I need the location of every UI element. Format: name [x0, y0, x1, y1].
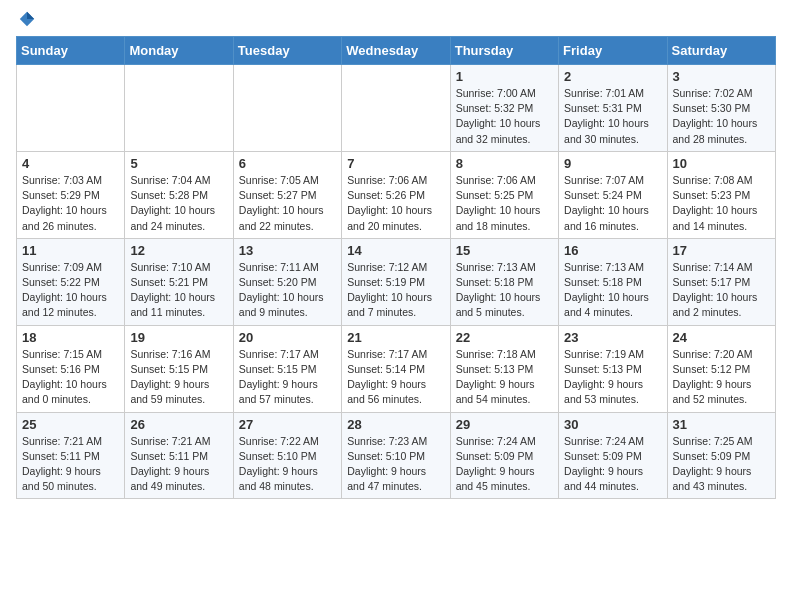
day-number: 21	[347, 330, 444, 345]
day-number: 26	[130, 417, 227, 432]
day-info: Sunrise: 7:20 AM Sunset: 5:12 PM Dayligh…	[673, 347, 770, 408]
calendar-cell	[233, 65, 341, 152]
day-info: Sunrise: 7:17 AM Sunset: 5:14 PM Dayligh…	[347, 347, 444, 408]
weekday-header-monday: Monday	[125, 37, 233, 65]
calendar-cell: 2Sunrise: 7:01 AM Sunset: 5:31 PM Daylig…	[559, 65, 667, 152]
calendar-week-row: 18Sunrise: 7:15 AM Sunset: 5:16 PM Dayli…	[17, 325, 776, 412]
day-number: 5	[130, 156, 227, 171]
calendar-cell: 17Sunrise: 7:14 AM Sunset: 5:17 PM Dayli…	[667, 238, 775, 325]
calendar-cell: 30Sunrise: 7:24 AM Sunset: 5:09 PM Dayli…	[559, 412, 667, 499]
day-info: Sunrise: 7:10 AM Sunset: 5:21 PM Dayligh…	[130, 260, 227, 321]
day-info: Sunrise: 7:13 AM Sunset: 5:18 PM Dayligh…	[564, 260, 661, 321]
day-info: Sunrise: 7:22 AM Sunset: 5:10 PM Dayligh…	[239, 434, 336, 495]
day-info: Sunrise: 7:03 AM Sunset: 5:29 PM Dayligh…	[22, 173, 119, 234]
day-info: Sunrise: 7:19 AM Sunset: 5:13 PM Dayligh…	[564, 347, 661, 408]
day-info: Sunrise: 7:02 AM Sunset: 5:30 PM Dayligh…	[673, 86, 770, 147]
calendar-cell	[17, 65, 125, 152]
calendar-cell: 16Sunrise: 7:13 AM Sunset: 5:18 PM Dayli…	[559, 238, 667, 325]
calendar-cell: 10Sunrise: 7:08 AM Sunset: 5:23 PM Dayli…	[667, 151, 775, 238]
day-info: Sunrise: 7:16 AM Sunset: 5:15 PM Dayligh…	[130, 347, 227, 408]
day-number: 24	[673, 330, 770, 345]
day-number: 1	[456, 69, 553, 84]
day-number: 10	[673, 156, 770, 171]
weekday-header-saturday: Saturday	[667, 37, 775, 65]
calendar-cell: 12Sunrise: 7:10 AM Sunset: 5:21 PM Dayli…	[125, 238, 233, 325]
calendar-cell: 19Sunrise: 7:16 AM Sunset: 5:15 PM Dayli…	[125, 325, 233, 412]
page: SundayMondayTuesdayWednesdayThursdayFrid…	[0, 0, 792, 612]
day-number: 20	[239, 330, 336, 345]
calendar-cell: 20Sunrise: 7:17 AM Sunset: 5:15 PM Dayli…	[233, 325, 341, 412]
day-info: Sunrise: 7:24 AM Sunset: 5:09 PM Dayligh…	[564, 434, 661, 495]
calendar-cell: 24Sunrise: 7:20 AM Sunset: 5:12 PM Dayli…	[667, 325, 775, 412]
calendar-cell: 21Sunrise: 7:17 AM Sunset: 5:14 PM Dayli…	[342, 325, 450, 412]
calendar-week-row: 25Sunrise: 7:21 AM Sunset: 5:11 PM Dayli…	[17, 412, 776, 499]
calendar-cell: 29Sunrise: 7:24 AM Sunset: 5:09 PM Dayli…	[450, 412, 558, 499]
calendar-cell: 31Sunrise: 7:25 AM Sunset: 5:09 PM Dayli…	[667, 412, 775, 499]
day-info: Sunrise: 7:15 AM Sunset: 5:16 PM Dayligh…	[22, 347, 119, 408]
day-number: 9	[564, 156, 661, 171]
day-info: Sunrise: 7:12 AM Sunset: 5:19 PM Dayligh…	[347, 260, 444, 321]
day-number: 8	[456, 156, 553, 171]
day-number: 31	[673, 417, 770, 432]
day-number: 29	[456, 417, 553, 432]
weekday-header-wednesday: Wednesday	[342, 37, 450, 65]
day-number: 25	[22, 417, 119, 432]
calendar-week-row: 11Sunrise: 7:09 AM Sunset: 5:22 PM Dayli…	[17, 238, 776, 325]
day-info: Sunrise: 7:05 AM Sunset: 5:27 PM Dayligh…	[239, 173, 336, 234]
day-number: 3	[673, 69, 770, 84]
calendar-cell: 23Sunrise: 7:19 AM Sunset: 5:13 PM Dayli…	[559, 325, 667, 412]
day-number: 18	[22, 330, 119, 345]
day-info: Sunrise: 7:23 AM Sunset: 5:10 PM Dayligh…	[347, 434, 444, 495]
day-info: Sunrise: 7:18 AM Sunset: 5:13 PM Dayligh…	[456, 347, 553, 408]
day-number: 28	[347, 417, 444, 432]
day-number: 11	[22, 243, 119, 258]
logo	[16, 10, 36, 28]
svg-marker-1	[27, 12, 34, 19]
day-info: Sunrise: 7:09 AM Sunset: 5:22 PM Dayligh…	[22, 260, 119, 321]
day-number: 13	[239, 243, 336, 258]
calendar-cell: 4Sunrise: 7:03 AM Sunset: 5:29 PM Daylig…	[17, 151, 125, 238]
day-info: Sunrise: 7:13 AM Sunset: 5:18 PM Dayligh…	[456, 260, 553, 321]
weekday-header-sunday: Sunday	[17, 37, 125, 65]
day-info: Sunrise: 7:06 AM Sunset: 5:25 PM Dayligh…	[456, 173, 553, 234]
calendar-cell: 9Sunrise: 7:07 AM Sunset: 5:24 PM Daylig…	[559, 151, 667, 238]
calendar-table: SundayMondayTuesdayWednesdayThursdayFrid…	[16, 36, 776, 499]
calendar-cell: 18Sunrise: 7:15 AM Sunset: 5:16 PM Dayli…	[17, 325, 125, 412]
day-info: Sunrise: 7:08 AM Sunset: 5:23 PM Dayligh…	[673, 173, 770, 234]
day-info: Sunrise: 7:14 AM Sunset: 5:17 PM Dayligh…	[673, 260, 770, 321]
calendar-cell: 1Sunrise: 7:00 AM Sunset: 5:32 PM Daylig…	[450, 65, 558, 152]
calendar-cell	[125, 65, 233, 152]
day-number: 7	[347, 156, 444, 171]
calendar-cell: 13Sunrise: 7:11 AM Sunset: 5:20 PM Dayli…	[233, 238, 341, 325]
day-info: Sunrise: 7:07 AM Sunset: 5:24 PM Dayligh…	[564, 173, 661, 234]
weekday-header-friday: Friday	[559, 37, 667, 65]
day-number: 2	[564, 69, 661, 84]
day-number: 16	[564, 243, 661, 258]
calendar-cell: 3Sunrise: 7:02 AM Sunset: 5:30 PM Daylig…	[667, 65, 775, 152]
day-info: Sunrise: 7:17 AM Sunset: 5:15 PM Dayligh…	[239, 347, 336, 408]
day-info: Sunrise: 7:21 AM Sunset: 5:11 PM Dayligh…	[130, 434, 227, 495]
calendar-cell: 28Sunrise: 7:23 AM Sunset: 5:10 PM Dayli…	[342, 412, 450, 499]
calendar-cell: 26Sunrise: 7:21 AM Sunset: 5:11 PM Dayli…	[125, 412, 233, 499]
calendar-week-row: 1Sunrise: 7:00 AM Sunset: 5:32 PM Daylig…	[17, 65, 776, 152]
calendar-cell: 27Sunrise: 7:22 AM Sunset: 5:10 PM Dayli…	[233, 412, 341, 499]
day-info: Sunrise: 7:21 AM Sunset: 5:11 PM Dayligh…	[22, 434, 119, 495]
day-number: 4	[22, 156, 119, 171]
day-info: Sunrise: 7:00 AM Sunset: 5:32 PM Dayligh…	[456, 86, 553, 147]
day-info: Sunrise: 7:11 AM Sunset: 5:20 PM Dayligh…	[239, 260, 336, 321]
day-info: Sunrise: 7:01 AM Sunset: 5:31 PM Dayligh…	[564, 86, 661, 147]
calendar-week-row: 4Sunrise: 7:03 AM Sunset: 5:29 PM Daylig…	[17, 151, 776, 238]
day-info: Sunrise: 7:24 AM Sunset: 5:09 PM Dayligh…	[456, 434, 553, 495]
calendar-cell: 5Sunrise: 7:04 AM Sunset: 5:28 PM Daylig…	[125, 151, 233, 238]
day-info: Sunrise: 7:06 AM Sunset: 5:26 PM Dayligh…	[347, 173, 444, 234]
day-number: 30	[564, 417, 661, 432]
calendar-cell: 8Sunrise: 7:06 AM Sunset: 5:25 PM Daylig…	[450, 151, 558, 238]
day-number: 12	[130, 243, 227, 258]
calendar-cell: 14Sunrise: 7:12 AM Sunset: 5:19 PM Dayli…	[342, 238, 450, 325]
header	[16, 10, 776, 28]
calendar-cell: 6Sunrise: 7:05 AM Sunset: 5:27 PM Daylig…	[233, 151, 341, 238]
calendar-cell: 22Sunrise: 7:18 AM Sunset: 5:13 PM Dayli…	[450, 325, 558, 412]
calendar-cell: 15Sunrise: 7:13 AM Sunset: 5:18 PM Dayli…	[450, 238, 558, 325]
day-number: 22	[456, 330, 553, 345]
day-number: 17	[673, 243, 770, 258]
